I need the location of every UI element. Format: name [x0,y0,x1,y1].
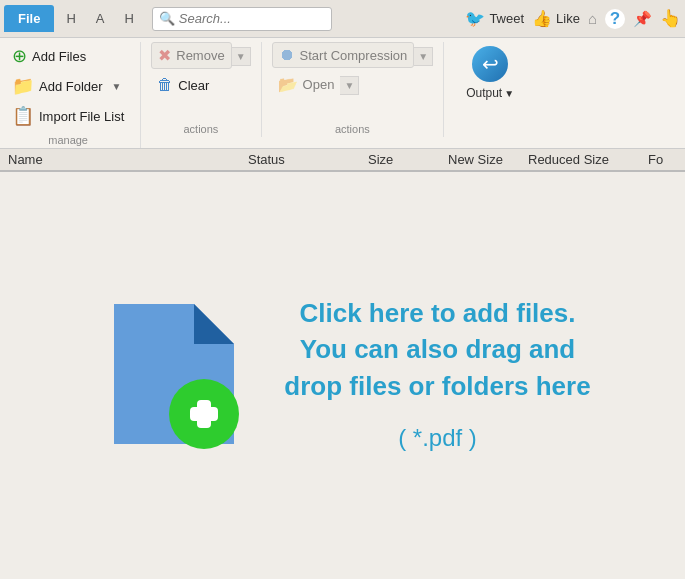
main-content[interactable]: Click here to add files. You can also dr… [0,172,685,575]
search-box[interactable]: 🔍 [152,7,332,31]
pin-icon[interactable]: 📌 [633,10,652,28]
remove-label: Remove [176,48,224,63]
compression-group: ⏺ Start Compression ▼ 📂 Open ▼ actions [272,42,445,137]
tab-a[interactable]: A [86,5,115,32]
add-folder-icon: 📁 [12,75,34,97]
start-label: Start Compression [300,48,408,63]
import-file-list-button[interactable]: 📋 Import File List [6,102,130,130]
open-label: Open [303,77,335,92]
actions-label2: actions [335,121,370,137]
output-label: Output ▼ [466,86,514,100]
help-icon[interactable]: ? [605,9,625,29]
like-label: Like [556,11,580,26]
drop-text-container: Click here to add files. You can also dr… [284,295,590,452]
drop-area[interactable]: Click here to add files. You can also dr… [20,294,665,454]
remove-button[interactable]: ✖ Remove [151,42,231,69]
column-headers: Name Status Size New Size Reduced Size F… [0,149,685,172]
col-reduced-size: Reduced Size [528,152,648,167]
remove-dropdown-button[interactable]: ▼ [232,47,251,66]
like-button[interactable]: 👍 Like [532,9,580,28]
remove-clear-group: ✖ Remove ▼ 🗑 Clear actions [151,42,261,137]
col-name: Name [8,152,248,167]
manage-group: ⊕ Add Files 📁 Add Folder ▼ 📋 Import File… [6,42,141,148]
hand-icon[interactable]: 👆 [660,8,681,29]
drop-line2: You can also drag and [284,331,590,367]
output-button[interactable]: ↩ Output ▼ [458,42,522,104]
tweet-label: Tweet [489,11,524,26]
output-group: ↩ Output ▼ [458,42,522,137]
tab-file[interactable]: File [4,5,54,32]
open-icon: 📂 [278,75,298,94]
start-compression-button[interactable]: ⏺ Start Compression [272,42,415,68]
clear-button[interactable]: 🗑 Clear [151,73,215,97]
add-folder-label: Add Folder [39,79,103,94]
start-icon: ⏺ [279,46,295,64]
clear-icon: 🗑 [157,76,173,94]
col-status: Status [248,152,368,167]
tweet-button[interactable]: 🐦 Tweet [465,9,524,28]
import-icon: 📋 [12,105,34,127]
drop-line3: drop files or folders here [284,368,590,404]
drop-line1: Click here to add files. [284,295,590,331]
add-files-label: Add Files [32,49,86,64]
svg-rect-2 [197,400,211,428]
home-icon[interactable]: ⌂ [588,10,597,27]
drop-ext: ( *.pdf ) [284,424,590,452]
remove-icon: ✖ [158,46,171,65]
add-files-icon: ⊕ [12,45,27,67]
output-icon: ↩ [472,46,508,82]
tab-h2[interactable]: H [114,5,143,32]
add-folder-button[interactable]: 📁 Add Folder ▼ [6,72,128,100]
toolbar: ⊕ Add Files 📁 Add Folder ▼ 📋 Import File… [0,38,685,149]
tab-h1[interactable]: H [56,5,85,32]
open-dropdown-button[interactable]: ▼ [340,76,359,95]
open-button[interactable]: 📂 Open [272,72,341,97]
import-label: Import File List [39,109,124,124]
add-file-icon [94,294,254,454]
col-size: Size [368,152,448,167]
top-bar: File H A H 🔍 🐦 Tweet 👍 Like ⌂ ? 📌 👆 [0,0,685,38]
top-actions: 🐦 Tweet 👍 Like ⌂ ? 📌 👆 [465,8,681,29]
search-input[interactable] [179,11,325,26]
col-fo: Fo [648,152,677,167]
search-icon: 🔍 [159,11,175,26]
add-files-button[interactable]: ⊕ Add Files [6,42,92,70]
actions-label: actions [183,121,218,137]
add-folder-arrow[interactable]: ▼ [112,81,122,92]
start-dropdown-button[interactable]: ▼ [414,47,433,66]
twitter-icon: 🐦 [465,9,485,28]
clear-label: Clear [178,78,209,93]
thumbs-up-icon: 👍 [532,9,552,28]
manage-label: manage [48,132,88,148]
col-new-size: New Size [448,152,528,167]
